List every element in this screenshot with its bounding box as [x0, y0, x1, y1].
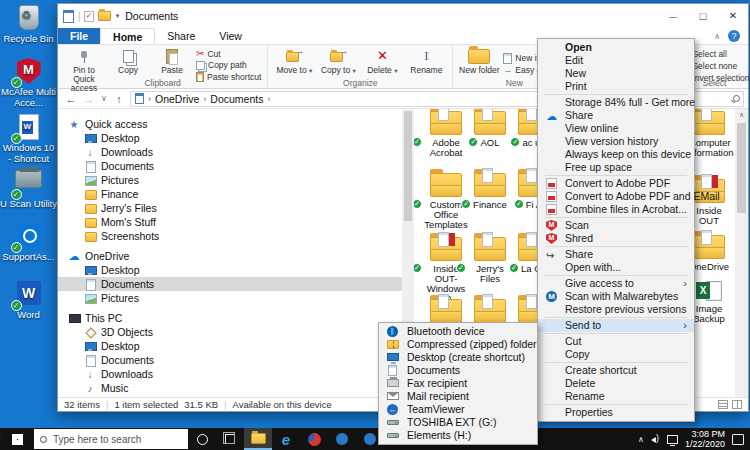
up-button[interactable]: ↑ [112, 93, 126, 105]
desktop-icon-supportassist[interactable]: SupportAs... [0, 222, 57, 263]
nav-item-documents[interactable]: Documents [58, 159, 402, 173]
paste-button[interactable]: Paste [150, 47, 194, 75]
start-button[interactable] [0, 428, 34, 450]
context-menu-item-view-version-history[interactable]: View version history [538, 135, 694, 148]
context-menu-item-combine-acrobat[interactable]: Combine files in Acrobat... [538, 203, 694, 216]
nav-item-screenshots[interactable]: Screenshots [58, 229, 402, 243]
minimize-button[interactable] [658, 4, 688, 28]
context-menu-item-open-with[interactable]: Open with... [538, 261, 694, 274]
nav-item-pc-downloads[interactable]: Downloads [58, 367, 402, 381]
desktop-icon-windows10-shortcut[interactable]: Windows 10 - Shortcut [0, 114, 57, 164]
forward-button[interactable]: → [82, 93, 96, 105]
context-menu-item-share[interactable]: Share [538, 248, 694, 261]
taskbar-search-input[interactable]: Type here to search [34, 429, 188, 449]
context-menu-item-new[interactable]: New [538, 67, 694, 80]
copy-button[interactable]: Copy [106, 47, 150, 75]
context-menu-item-free-up-space[interactable]: Free up space [538, 161, 694, 174]
new-folder-button[interactable]: New folder [457, 47, 501, 75]
nav-item-jerrys-files[interactable]: Jerry's Files [58, 201, 402, 215]
nav-item-music[interactable]: Music [58, 381, 402, 395]
send-to-item-documents[interactable]: Documents [379, 364, 537, 377]
qat-dropdown-icon[interactable]: ▾ [116, 12, 120, 20]
send-to-item-fax[interactable]: Fax recipient [379, 377, 537, 390]
desktop-icon-recycle-bin[interactable]: Recycle Bin [0, 4, 57, 45]
nav-item-desktop[interactable]: Desktop [58, 131, 402, 145]
context-menu-item-share-onedrive[interactable]: Share [538, 109, 694, 122]
taskbar-file-explorer[interactable] [244, 428, 272, 450]
nav-item-this-pc[interactable]: This PC [58, 311, 402, 325]
back-button[interactable]: ← [64, 93, 78, 105]
nav-item-3d-objects[interactable]: 3D Objects [58, 325, 402, 339]
nav-item-pictures[interactable]: Pictures [58, 173, 402, 187]
breadcrumb-onedrive[interactable]: OneDrive [155, 93, 199, 105]
network-icon[interactable] [667, 435, 678, 444]
context-menu-item-properties[interactable]: Properties [538, 406, 694, 419]
rename-button[interactable]: Rename [404, 47, 448, 75]
file-item-aol[interactable]: AOL [468, 111, 512, 148]
maximize-button[interactable] [688, 4, 718, 28]
help-icon[interactable] [728, 30, 740, 42]
send-to-item-elements[interactable]: Elements (H:) [379, 429, 537, 442]
tab-share[interactable]: Share [155, 28, 207, 44]
desktop-icon-word[interactable]: Word [0, 280, 57, 321]
qat-properties-icon[interactable] [84, 11, 94, 22]
file-item-jerrys-files[interactable]: Jerry's Files [468, 237, 512, 284]
context-menu-item-view-online[interactable]: View online [538, 122, 694, 135]
context-menu-item-delete[interactable]: Delete [538, 377, 694, 390]
history-dropdown-icon[interactable]: ∨ [100, 94, 108, 103]
context-menu-item-rename[interactable]: Rename [538, 390, 694, 403]
task-view-button[interactable] [216, 428, 244, 450]
cut-button[interactable]: Cut [196, 49, 261, 59]
file-item-adobe-acrobat[interactable]: Adobe Acrobat [424, 111, 468, 158]
nav-item-od-documents[interactable]: Documents [58, 277, 402, 291]
nav-item-downloads[interactable]: Downloads [58, 145, 402, 159]
context-menu-item-open[interactable]: Open [538, 41, 694, 54]
desktop-icon-uscan-utility[interactable]: U Scan Utility [0, 166, 57, 210]
taskbar-app[interactable] [328, 428, 356, 450]
context-menu-item-send-to[interactable]: Send to [538, 319, 694, 332]
context-menu-item-create-shortcut[interactable]: Create shortcut [538, 364, 694, 377]
delete-button[interactable]: Delete ▾ [360, 47, 404, 75]
send-to-item-mail[interactable]: Mail recipient [379, 390, 537, 403]
tray-expand-icon[interactable] [638, 434, 644, 444]
taskbar-clock[interactable]: 3:08 PM 1/22/2020 [685, 429, 725, 449]
send-to-item-toshiba-ext[interactable]: TOSHIBA EXT (G:) [379, 416, 537, 429]
desktop-icon-mcafee[interactable]: M McAfee Multi Acce... [0, 58, 57, 108]
tab-home[interactable]: Home [100, 28, 155, 44]
nav-item-pc-desktop[interactable]: Desktop [58, 339, 402, 353]
context-menu-item-edit[interactable]: Edit [538, 54, 694, 67]
qat-new-folder-icon[interactable] [98, 11, 111, 21]
context-menu-item-scan[interactable]: Scan [538, 219, 694, 232]
context-menu-item-print[interactable]: Print [538, 80, 694, 93]
volume-icon[interactable] [651, 435, 660, 443]
close-button[interactable] [718, 4, 748, 28]
send-to-item-desktop-shortcut[interactable]: Desktop (create shortcut) [379, 351, 537, 364]
send-to-item-zip-folder[interactable]: Compressed (zipped) folder [379, 338, 537, 351]
nav-item-moms-stuff[interactable]: Mom's Stuff [58, 215, 402, 229]
send-to-item-teamviewer[interactable]: TeamViewer [379, 403, 537, 416]
copy-path-button[interactable]: Copy path [196, 61, 261, 70]
context-menu-item-give-access[interactable]: Give access to [538, 277, 694, 290]
taskbar-edge[interactable] [272, 428, 300, 450]
copy-to-button[interactable]: Copy to ▾ [316, 47, 360, 75]
details-view-toggle-icon[interactable] [718, 400, 728, 409]
title-bar[interactable]: | ▾ Documents [58, 4, 748, 28]
scroll-up-icon[interactable] [735, 109, 748, 121]
nav-item-quick-access[interactable]: Quick access [58, 117, 402, 131]
tab-file[interactable]: File [58, 28, 100, 44]
context-menu-item-copy[interactable]: Copy [538, 348, 694, 361]
action-center-icon[interactable] [732, 434, 744, 445]
context-menu-item-convert-pdf-email[interactable]: Convert to Adobe PDF and EMail [538, 190, 694, 203]
nav-item-pc-documents[interactable]: Documents [58, 353, 402, 367]
tab-view[interactable]: View [207, 28, 254, 44]
file-list-scrollbar[interactable] [735, 109, 748, 397]
nav-item-od-desktop[interactable]: Desktop [58, 263, 402, 277]
taskbar-app[interactable] [300, 428, 328, 450]
context-menu-item-storage[interactable]: Storage 84% full - Get more [538, 96, 694, 109]
breadcrumb-documents[interactable]: Documents [210, 93, 263, 105]
context-menu-item-shred[interactable]: Shred [538, 232, 694, 245]
collapse-ribbon-icon[interactable] [714, 32, 720, 41]
icons-view-toggle-icon[interactable] [732, 400, 742, 409]
nav-item-onedrive[interactable]: OneDrive [58, 249, 402, 263]
cortana-button[interactable] [188, 428, 216, 450]
